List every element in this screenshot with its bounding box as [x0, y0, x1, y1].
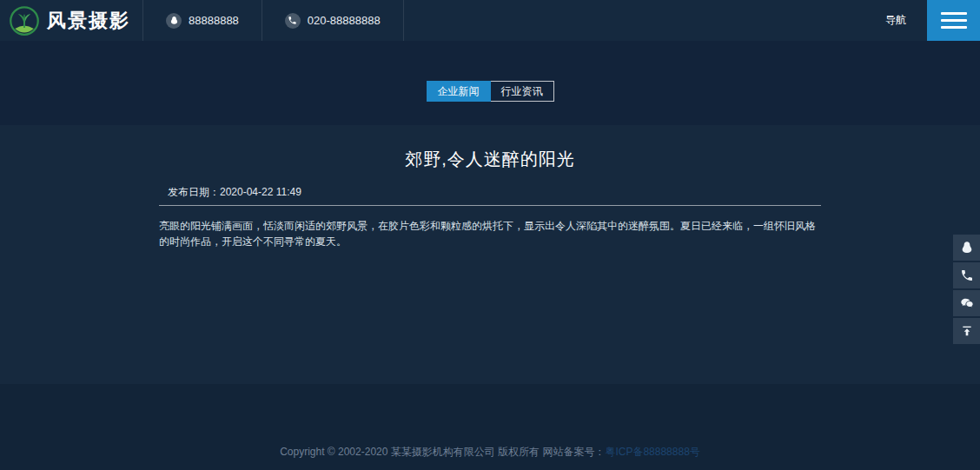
site-footer: Copyright © 2002-2020 某某摄影机构有限公司 版权所有 网站… — [0, 384, 980, 470]
contact-phone-number: 020-88888888 — [308, 14, 381, 27]
nav-label[interactable]: 导航 — [885, 13, 906, 28]
logo-text: 风景摄影 — [47, 8, 130, 34]
hamburger-icon — [941, 12, 967, 15]
news-tabs: 企业新闻 行业资讯 — [0, 41, 980, 102]
menu-button[interactable] — [927, 0, 980, 41]
contact-phone: 020-88888888 — [262, 0, 403, 41]
article-title: 郊野,令人迷醉的阳光 — [159, 148, 821, 171]
back-to-top-button[interactable] — [953, 318, 980, 344]
icp-link[interactable]: 粤ICP备88888888号 — [605, 446, 699, 458]
title-divider — [159, 205, 821, 206]
tab-band: 企业新闻 行业资讯 — [0, 41, 980, 125]
page: 风景摄影 88888888 020-88888888 导航 企业新 — [0, 0, 980, 470]
floating-toolbar — [953, 235, 980, 344]
qq-icon — [960, 241, 974, 255]
article-section: 郊野,令人迷醉的阳光 发布日期：2020-04-22 11:49 亮眼的阳光铺满… — [0, 125, 980, 384]
header-spacer — [404, 0, 885, 41]
site-logo[interactable]: 风景摄影 — [0, 0, 142, 41]
article-body: 亮眼的阳光铺满画面，恬淡而闲适的郊野风景，在胶片色彩和颗粒感的烘托下，显示出令人… — [159, 218, 821, 249]
contact-qq: 88888888 — [143, 0, 262, 41]
wechat-contact-button[interactable] — [953, 290, 980, 316]
logo-plant-icon — [9, 5, 40, 36]
article: 郊野,令人迷醉的阳光 发布日期：2020-04-22 11:49 亮眼的阳光铺满… — [159, 125, 821, 249]
site-header: 风景摄影 88888888 020-88888888 导航 — [0, 0, 980, 41]
phone-contact-button[interactable] — [953, 262, 980, 288]
back-to-top-icon — [960, 324, 974, 338]
phone-icon — [285, 13, 301, 29]
tab-industry-news[interactable]: 行业资讯 — [491, 81, 554, 102]
phone-icon — [960, 268, 974, 282]
copyright: Copyright © 2002-2020 某某摄影机构有限公司 版权所有 网站… — [0, 384, 980, 460]
contact-qq-number: 88888888 — [189, 14, 239, 27]
copyright-text: Copyright © 2002-2020 某某摄影机构有限公司 版权所有 网站… — [280, 446, 605, 458]
qq-contact-button[interactable] — [953, 235, 980, 261]
wechat-icon — [960, 296, 974, 310]
publish-date: 发布日期：2020-04-22 11:49 — [168, 185, 821, 200]
qq-icon — [166, 13, 182, 29]
tab-company-news[interactable]: 企业新闻 — [427, 81, 491, 102]
